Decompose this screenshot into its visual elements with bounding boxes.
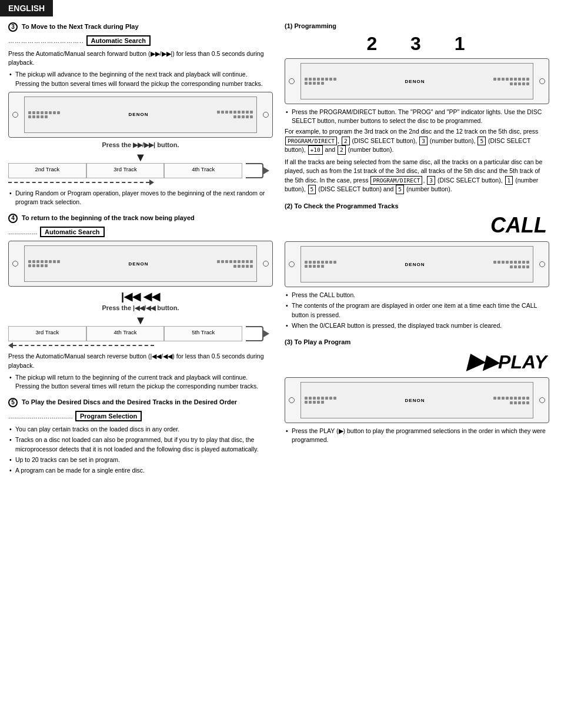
right-s1-para3: If all the tracks are being selected fro… [285, 158, 549, 194]
right-section-1: (1) Programming 2 3 1 [285, 22, 549, 194]
track-4th-2: 4th Track [86, 326, 165, 341]
section-5-title: To Play the Desired Discs and the Desire… [22, 398, 237, 405]
section-5-badge: Program Selection [75, 411, 142, 421]
section-4-button-symbols: |◀◀ ◀◀ [8, 290, 273, 303]
key-3b: 3 [427, 176, 435, 185]
key-2: 2 [342, 137, 350, 146]
section-3-bullet-1: The pickup will advance to the beginning… [8, 70, 273, 88]
denon-label-r1: DENON [405, 79, 425, 84]
section-4-title: To return to the beginning of the track … [22, 214, 195, 221]
section-5-dots: …………………………… [8, 413, 73, 420]
section-3-bullet-2: During Random or Program operation, play… [8, 189, 273, 207]
section-3-diagram: DENON [8, 92, 273, 138]
key-5c: 5 [396, 185, 404, 194]
key-1: 1 [505, 176, 513, 185]
section-3-badge: Automatic Search [86, 35, 151, 46]
track-flow-1: 2nd Track 3rd Track 4th Track [8, 163, 273, 178]
right-section-1-title: (1) Programming [285, 22, 549, 29]
key-program-direct-2: PROGRAM/DIRECT [370, 176, 422, 185]
down-arrow-2: ▼ [8, 313, 273, 327]
denon-label-2: DENON [129, 261, 149, 267]
denon-label-1: DENON [129, 112, 149, 117]
right-s1-para1: Press the PROGRAM/DIRECT button. The "PR… [285, 108, 549, 125]
key-5: 5 [477, 137, 486, 146]
section-3-number: 3 [8, 22, 18, 32]
call-label: CALL [285, 213, 549, 238]
section-5-bullet-2: Tracks on a disc not loaded can also be … [8, 436, 273, 453]
right-column: (1) Programming 2 3 1 [285, 22, 549, 477]
section-4-bullet-1: The pickup will return to the beginning … [8, 373, 273, 391]
key-program-direct: PROGRAM/DIRECT [285, 137, 337, 146]
section-4-intro: Press the Automatic/Manual search revers… [8, 352, 273, 370]
page-header: ENGLISH [0, 0, 561, 16]
right-section-2-diagram: DENON [285, 241, 549, 287]
right-s2-bullet-2: The contents of the program are displaye… [285, 301, 549, 319]
key-plus10: +10 [308, 145, 323, 155]
right-s2-bullet-1: Press the CALL button. [285, 291, 549, 300]
programming-numbers: 2 3 1 [285, 33, 549, 55]
section-5: 5 To Play the Desired Discs and the Desi… [8, 398, 273, 475]
denon-label-r2: DENON [405, 262, 425, 267]
right-s1-para2: For example, to program the 3rd track on… [285, 127, 549, 155]
track-3rd: 3rd Track [86, 163, 165, 178]
right-section-2: (2) To Check the Programmed Tracks CALL [285, 202, 549, 330]
track-3rd-2: 3rd Track [8, 326, 86, 341]
section-3-dots: …………………………….. [8, 38, 84, 44]
track-5th-2: 5th Track [164, 326, 242, 341]
section-4-badge: Automatic Search [40, 227, 105, 237]
right-s2-bullet-3: When the 0/CLEAR button is pressed, the … [285, 321, 549, 330]
section-5-bullet-4: A program can be made for a single entir… [8, 466, 273, 475]
play-tri: ▶ [467, 349, 483, 373]
play-label: ▶▶PLAY [285, 349, 549, 374]
section-3-diagram-label: Press the ▶▶/▶▶| button. [8, 141, 273, 149]
right-section-3-diagram: DENON [285, 377, 549, 423]
section-5-bullet-1: You can play certain tracks on the loade… [8, 425, 273, 434]
denon-label-r3: DENON [405, 398, 425, 403]
section-4-diagram: DENON [8, 241, 273, 287]
section-3-intro: Press the Automatic/Manual search forwar… [8, 49, 273, 67]
track-4th: 4th Track [164, 163, 242, 178]
section-5-bullet-3: Up to 20 tracks can be set in program. [8, 456, 273, 464]
key-5b: 5 [308, 185, 316, 194]
section-4-dots: …………… [8, 229, 38, 235]
section-3-title: To Move to the Next Track during Play [22, 23, 138, 30]
track-2nd: 2nd Track [8, 163, 86, 178]
section-5-number: 5 [8, 398, 18, 407]
left-column: 3 To Move to the Next Track during Play … [8, 22, 273, 477]
right-section-1-diagram: DENON [285, 58, 549, 104]
key-2b: 2 [338, 145, 346, 155]
key-3: 3 [419, 137, 428, 146]
track-flow-2: 3rd Track 4th Track 5th Track [8, 326, 273, 341]
section-3: 3 To Move to the Next Track during Play … [8, 22, 273, 207]
right-section-3-title: (3) To Play a Program [285, 338, 549, 345]
section-4: 4 To return to the beginning of the trac… [8, 214, 273, 391]
right-section-2-title: (2) To Check the Programmed Tracks [285, 202, 549, 210]
down-arrow-1: ▼ [8, 150, 273, 164]
right-section-3: (3) To Play a Program ▶▶PLAY [285, 338, 549, 444]
section-4-number: 4 [8, 214, 18, 223]
section-4-diagram-label: Press the |◀◀/◀◀ button. [8, 304, 273, 312]
right-s3-bullet-1: Press the PLAY (▶) button to play the pr… [285, 427, 549, 444]
header-title: ENGLISH [0, 0, 53, 16]
